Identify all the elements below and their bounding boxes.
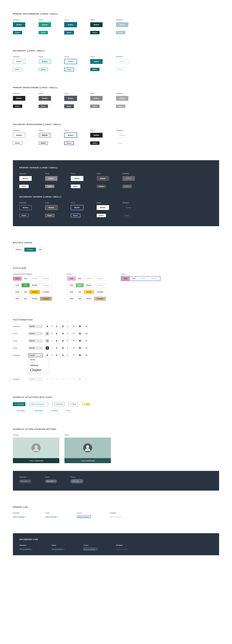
italic-icon[interactable]: I [50, 325, 54, 328]
numbered-list-icon[interactable]: ≡ [66, 325, 69, 328]
italic-icon[interactable]: I [50, 354, 54, 357]
clear-format-icon[interactable]: ⌦ [79, 354, 82, 357]
view-details-link[interactable]: ⌄View details [13, 409, 27, 413]
dd-chapter[interactable]: Chapter [29, 367, 49, 372]
button-secondary-active[interactable]: Button [90, 59, 103, 64]
quote-icon[interactable]: ❝ [72, 346, 75, 350]
heading-select[interactable]: Normal⌄ [28, 354, 43, 357]
button-sinv-active[interactable]: Button [97, 205, 109, 210]
clear-format-icon[interactable]: ⌦ [79, 325, 82, 328]
numbered-list-icon[interactable]: ≡ [66, 332, 69, 335]
dd-subhead[interactable]: Subhead [29, 364, 49, 367]
strikethrough-icon[interactable]: S [55, 339, 58, 342]
link-icon[interactable]: ⚯ [85, 354, 88, 357]
button-primary-sm-standard[interactable]: Button [13, 31, 22, 34]
secondary-link-hover[interactable]: Link to contract↗ [52, 548, 65, 550]
button-mono-sm-hover[interactable]: Button [39, 104, 48, 108]
button-pinv-sm-active[interactable]: Button [97, 185, 106, 188]
mc-premium[interactable]: Premium [13, 248, 25, 252]
button-secondary-sm-standard[interactable]: Button [13, 68, 22, 71]
button-primary-focus[interactable]: Button [65, 22, 77, 27]
bold-icon[interactable]: B [46, 332, 49, 335]
strikethrough-icon[interactable]: S [55, 325, 58, 328]
primary-link-standard[interactable]: Link to contract↗ [13, 516, 26, 518]
filter-chip-focus[interactable]: filter name✕ [71, 480, 83, 483]
button-primary-sm-hover[interactable]: Button [39, 31, 48, 34]
button-mono-focus[interactable]: Button [65, 96, 77, 101]
button-pinv-hover[interactable]: Button [45, 176, 58, 181]
button-mono-hover[interactable]: Button [39, 96, 51, 101]
strikethrough-icon[interactable]: S [55, 346, 58, 350]
button-smono-sm-standard[interactable]: Button [13, 142, 22, 145]
quote-icon[interactable]: ❝ [72, 339, 75, 342]
button-secondary-standard[interactable]: Button [13, 59, 25, 64]
button-secondary-sm-active[interactable]: Button [90, 68, 100, 71]
link-icon[interactable]: ⚯ [85, 332, 88, 335]
hide-details-link[interactable]: ⌃Hide details [31, 409, 45, 413]
button-pinv-standard[interactable]: Button [19, 176, 32, 181]
button-secondary-focus[interactable]: Button [65, 59, 77, 64]
link-icon[interactable]: ⚯ [85, 339, 88, 342]
button-secondary-sm-focus[interactable]: Button [65, 68, 74, 71]
mc-standard[interactable]: Standard [25, 248, 36, 252]
strikethrough-icon[interactable]: S [55, 332, 58, 335]
clear-format-icon[interactable]: ⌦ [79, 346, 82, 350]
add-note-button[interactable]: 🗨Add note [52, 402, 65, 406]
button-pinv-sm-focus[interactable]: Button [71, 185, 80, 188]
button-mono-sm-focus[interactable]: Button [65, 104, 74, 108]
heading-select[interactable]: Normal⌄ [28, 325, 43, 328]
button-pinv-active[interactable]: Button [97, 176, 109, 181]
close-icon[interactable]: ✕ [29, 480, 30, 482]
bullet-list-icon[interactable]: ☰ [61, 346, 65, 350]
italic-icon[interactable]: I [50, 346, 54, 350]
quote-icon[interactable]: ❝ [72, 332, 75, 335]
quote-icon[interactable]: ❝ [72, 325, 75, 328]
button-primary-standard[interactable]: Button [13, 22, 25, 27]
secondary-link-focus[interactable]: Link to contract↗ [84, 548, 97, 550]
stakeholder-card-hover[interactable]: Hover + Add a stakeholder [65, 434, 111, 463]
button-sinv-sm-active[interactable]: Button [97, 214, 106, 217]
numbered-list-icon[interactable]: ≡ [66, 354, 69, 357]
retry-button[interactable]: ↻Retry [68, 402, 78, 406]
button-secondary-hover[interactable]: Button [39, 59, 51, 64]
button-pinv-focus[interactable]: Button [71, 176, 83, 181]
button-pinv-sm-hover[interactable]: Button [45, 185, 54, 188]
button-mono-sm-active[interactable]: Button [90, 104, 100, 108]
strikethrough-icon[interactable]: S [55, 354, 58, 357]
download-button[interactable]: ⬇Download [13, 402, 25, 406]
clear-format-icon[interactable]: ⌦ [79, 332, 82, 335]
clear-format-icon[interactable]: ⌦ [79, 339, 82, 342]
button-sinv-focus[interactable]: Button [71, 205, 83, 210]
button-sinv-sm-focus[interactable]: Button [71, 214, 80, 217]
button-primary-hover[interactable]: Button [39, 22, 51, 27]
button-smono-sm-active[interactable]: Button [90, 142, 100, 145]
button-primary-sm-focus[interactable]: Button [65, 31, 74, 34]
button-sinv-hover[interactable]: Button [45, 205, 58, 210]
quote-icon[interactable]: ❝ [72, 354, 75, 357]
button-sinv-sm-standard[interactable]: Button [19, 214, 29, 217]
primary-link-focus[interactable]: Link to contract↗ [77, 516, 91, 518]
secondary-link-standard[interactable]: Link to contract↗ [19, 548, 32, 550]
button-smono-active[interactable]: Button [90, 133, 103, 138]
close-icon[interactable]: ✕ [80, 480, 81, 482]
mc-free[interactable]: Free [36, 248, 45, 252]
edit-link[interactable]: ✎Edit [64, 409, 72, 413]
primary-link-hover[interactable]: Link to contract↗ [45, 516, 58, 518]
bold-icon[interactable]: B [46, 346, 49, 350]
button-smono-sm-hover[interactable]: Button [39, 142, 48, 145]
button-primary-sm-active[interactable]: Button [90, 31, 100, 34]
link-icon[interactable]: ⚯ [85, 346, 88, 350]
bullet-list-icon[interactable]: ☰ [61, 354, 65, 357]
button-primary-active[interactable]: Button [90, 22, 103, 27]
filter-chip-hover[interactable]: filter name✕ [45, 480, 57, 483]
heading-select[interactable]: Normal⌄ [28, 346, 43, 350]
button-smono-sm-focus[interactable]: Button [65, 142, 74, 145]
button-smono-hover[interactable]: Button [39, 133, 51, 138]
bullet-list-icon[interactable]: ☰ [61, 332, 65, 335]
remove-link[interactable]: ✕Remove [48, 409, 60, 413]
button-sinv-sm-hover[interactable]: Button [45, 214, 54, 217]
button-smono-standard[interactable]: Button [13, 133, 25, 138]
close-icon[interactable]: ✕ [54, 480, 55, 482]
button-mono-sm-standard[interactable]: Button [13, 104, 22, 108]
show-more-button[interactable]: Show more brands⌄ [29, 402, 48, 406]
